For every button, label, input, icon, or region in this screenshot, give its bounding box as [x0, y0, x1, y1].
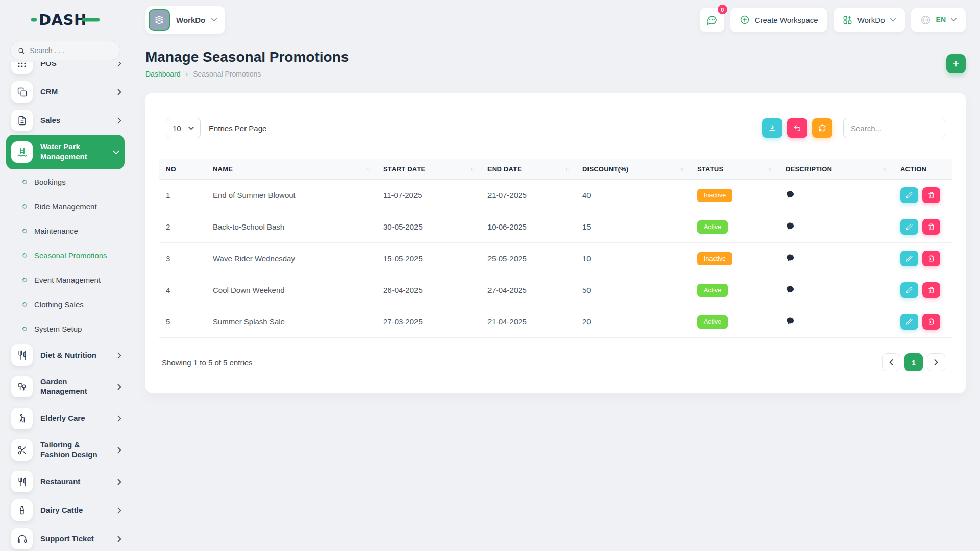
- sidebar-item-sales[interactable]: Sales: [9, 106, 124, 135]
- sort-icon[interactable]: ↑↓: [366, 166, 369, 172]
- chevron-right-icon: [117, 415, 121, 422]
- edit-button[interactable]: [900, 282, 918, 298]
- sidebar-subitem-seasonal-promotions[interactable]: Seasonal Promotions: [9, 243, 124, 267]
- bullet-ring-icon: [21, 203, 28, 210]
- reset-button[interactable]: [787, 118, 807, 138]
- refresh-icon: [818, 124, 826, 132]
- description-bubble-icon[interactable]: [786, 285, 795, 294]
- sort-icon[interactable]: ↑↓: [565, 166, 568, 172]
- sort-icon[interactable]: ↑↓: [768, 166, 771, 172]
- edit-button[interactable]: [900, 314, 918, 330]
- sidebar-item-support-ticket[interactable]: Support Ticket: [9, 524, 124, 551]
- table-row: 1 End of Summer Blowout 11-07-2025 21-07…: [159, 180, 952, 211]
- chevron-down-icon: [951, 18, 957, 22]
- sidebar-item-diet-nutrition[interactable]: Diet & Nutrition: [9, 341, 124, 369]
- column-header-description[interactable]: DESCRIPTION↑↓: [778, 159, 893, 180]
- chevron-down-icon: [890, 18, 896, 22]
- column-header-name[interactable]: NAME↑↓: [206, 159, 376, 180]
- workspace-button[interactable]: WorkDo: [145, 6, 225, 34]
- sidebar-item-crm[interactable]: CRM: [9, 78, 124, 106]
- page-header: Manage Seasonal Promotions Dashboard › S…: [145, 49, 966, 78]
- sidebar-item-pos[interactable]: POS: [9, 62, 124, 78]
- next-page-button[interactable]: [927, 353, 945, 371]
- document-icon: [11, 110, 33, 131]
- sidebar-search-input[interactable]: [30, 46, 113, 55]
- sidebar-item-label: Garden Management: [40, 377, 108, 396]
- sidebar-subitem-bookings[interactable]: Bookings: [9, 169, 124, 194]
- cell-no: 1: [159, 180, 206, 211]
- sidebar-subitem-label: Event Management: [34, 276, 101, 284]
- sort-icon[interactable]: ↑↓: [470, 166, 473, 172]
- sidebar-item-tailoring-fashion-design[interactable]: Tailoring & Fashion Design: [9, 433, 124, 467]
- add-promotion-button[interactable]: [946, 54, 966, 73]
- chevron-down-icon: [188, 126, 194, 130]
- sidebar-subitem-system-setup[interactable]: System Setup: [9, 316, 124, 341]
- cell-name: Wave Rider Wednesday: [206, 243, 376, 274]
- language-selector[interactable]: EN: [911, 8, 966, 32]
- column-header-end-date[interactable]: END DATE↑↓: [480, 159, 575, 180]
- export-button[interactable]: [762, 118, 782, 138]
- breadcrumb-dashboard-link[interactable]: Dashboard: [145, 70, 181, 78]
- app-logo[interactable]: DASH: [0, 0, 131, 39]
- top-header: WorkDo 0 Create Workspace WorkDo EN: [145, 0, 966, 36]
- sort-icon[interactable]: ↑↓: [680, 166, 683, 172]
- trash-icon: [928, 192, 935, 198]
- table-search-input[interactable]: [843, 118, 945, 138]
- sidebar-subitem-maintenance[interactable]: Maintenance: [9, 218, 124, 243]
- entries-per-page-select[interactable]: 10: [166, 118, 201, 138]
- edit-button[interactable]: [900, 187, 918, 203]
- utensils-icon: [11, 471, 33, 492]
- sidebar-item-label: Sales: [40, 116, 60, 126]
- download-icon: [768, 124, 776, 132]
- sidebar: DASH POS CRM Sales: [0, 0, 131, 551]
- messages-button[interactable]: 0: [700, 8, 724, 32]
- edit-button[interactable]: [900, 219, 918, 235]
- sort-icon[interactable]: ↑↓: [883, 166, 886, 172]
- sidebar-item-restaurant[interactable]: Restaurant: [9, 467, 124, 496]
- column-header-discount[interactable]: DISCOUNT(%)↑↓: [575, 159, 690, 180]
- sidebar-subitem-event-management[interactable]: Event Management: [9, 267, 124, 292]
- sidebar-subitem-label: System Setup: [34, 324, 82, 333]
- delete-button[interactable]: [922, 251, 940, 266]
- delete-button[interactable]: [922, 282, 940, 298]
- trash-icon: [928, 255, 935, 262]
- plus-icon: [952, 60, 960, 68]
- refresh-button[interactable]: [812, 118, 832, 138]
- pencil-icon: [906, 318, 913, 325]
- chevron-right-icon: [117, 352, 121, 359]
- sidebar-item-water-park-management[interactable]: Water Park Management: [6, 135, 125, 169]
- pool-ladder-icon: [11, 141, 33, 163]
- sidebar-menu: POS CRM Sales Water Park Management: [0, 62, 131, 551]
- column-header-status[interactable]: STATUS↑↓: [690, 159, 778, 180]
- cell-end-date: 21-04-2025: [480, 306, 575, 338]
- walking-person-icon: [11, 408, 33, 429]
- bullet-ring-icon: [21, 252, 28, 259]
- delete-button[interactable]: [922, 314, 940, 330]
- description-bubble-icon[interactable]: [786, 222, 795, 231]
- cell-name: Cool Down Weekend: [206, 274, 376, 306]
- workspace-switcher[interactable]: WorkDo: [834, 8, 905, 32]
- description-bubble-icon[interactable]: [786, 254, 795, 262]
- sidebar-item-garden-management[interactable]: Garden Management: [9, 369, 124, 404]
- sidebar-item-dairy-cattle[interactable]: Dairy Cattle: [9, 496, 124, 524]
- edit-button[interactable]: [900, 251, 918, 266]
- chevron-down-icon: [211, 18, 217, 22]
- page-1-button[interactable]: 1: [904, 353, 923, 371]
- description-bubble-icon[interactable]: [786, 317, 795, 325]
- delete-button[interactable]: [922, 219, 940, 235]
- create-workspace-button[interactable]: Create Workspace: [730, 8, 827, 32]
- trash-icon: [928, 223, 935, 230]
- grid-dots-icon: [11, 62, 33, 74]
- delete-button[interactable]: [922, 187, 940, 203]
- sidebar-item-elderly-care[interactable]: Elderly Care: [9, 404, 124, 433]
- sidebar-subitem-clothing-sales[interactable]: Clothing Sales: [9, 292, 124, 316]
- column-header-no[interactable]: NO: [159, 159, 206, 180]
- previous-page-button[interactable]: [882, 353, 900, 371]
- column-header-start-date[interactable]: START DATE↑↓: [376, 159, 480, 180]
- description-bubble-icon[interactable]: [786, 190, 795, 199]
- sidebar-subitem-ride-management[interactable]: Ride Management: [9, 194, 124, 218]
- sidebar-item-label: Water Park Management: [40, 142, 105, 162]
- utensils-icon: [11, 344, 33, 366]
- language-label: EN: [936, 16, 946, 24]
- sidebar-item-label: Diet & Nutrition: [40, 350, 96, 360]
